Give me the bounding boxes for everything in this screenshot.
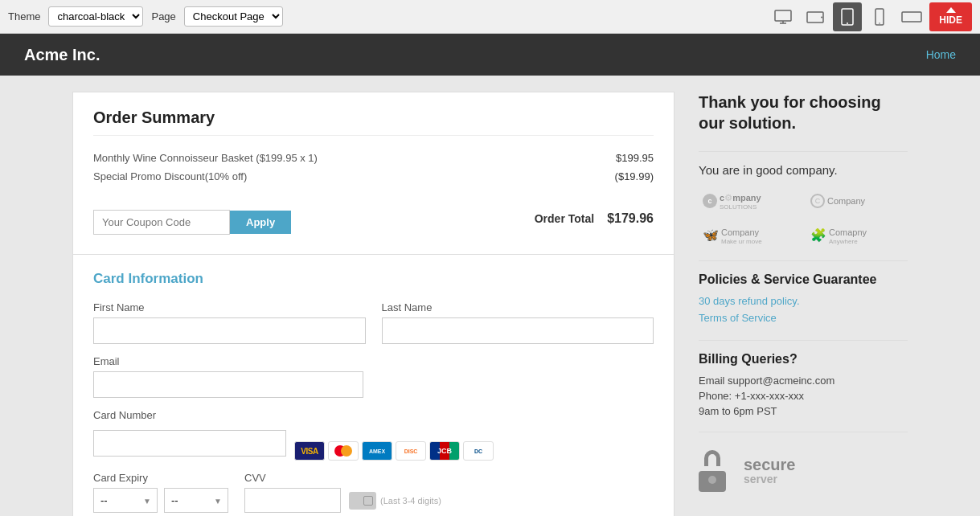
- widescreen-icon[interactable]: [897, 2, 926, 31]
- card-expiry-label: Card Expiry: [93, 472, 228, 484]
- amex-icon: AMEX: [362, 441, 392, 461]
- svg-rect-9: [902, 12, 921, 22]
- email-label: Email: [93, 355, 363, 367]
- policies-title: Policies & Service Guarantee: [699, 272, 908, 287]
- company-2-icon: C: [810, 194, 825, 208]
- toolbar: Theme charcoal-black default light Page …: [0, 0, 980, 34]
- secure-label: secure: [744, 456, 796, 473]
- first-name-input[interactable]: [93, 317, 366, 344]
- expiry-cvv-row: Card Expiry -- 010203 040506 070809 1011…: [93, 472, 654, 513]
- company-2: C Company: [806, 186, 908, 215]
- company-1: c c⚙mpany SOLUTIONS: [699, 186, 800, 215]
- theme-select[interactable]: charcoal-black default light: [48, 6, 143, 27]
- company-1-text: c⚙mpany SOLUTIONS: [720, 190, 761, 211]
- company-1-icon: c: [703, 194, 717, 208]
- diners-icon: DC: [463, 441, 494, 461]
- last-name-group: Last Name: [382, 301, 654, 344]
- order-item-2-price: ($19.99): [615, 170, 654, 182]
- cvv-input[interactable]: [244, 488, 341, 513]
- order-total: Order Total $179.96: [535, 211, 654, 226]
- company-3-text: Company Make ur move: [721, 225, 762, 245]
- billing-section: Billing Queries? Email support@acmeinc.c…: [699, 352, 908, 432]
- last-name-input[interactable]: [382, 317, 654, 344]
- secure-text: secure server: [744, 456, 796, 485]
- tablet-landscape-icon[interactable]: [801, 2, 830, 31]
- lock-icon: [699, 450, 734, 492]
- company-2-text: Company: [827, 196, 865, 206]
- billing-email: Email support@acmeinc.com: [699, 375, 908, 387]
- order-total-label: Order Total: [535, 212, 594, 225]
- year-select[interactable]: -- 202420252026 202720282029: [164, 488, 228, 513]
- card-number-label: Card Number: [93, 409, 654, 421]
- tablet-portrait-icon[interactable]: [833, 2, 862, 31]
- expiry-group: Card Expiry -- 010203 040506 070809 1011…: [93, 472, 228, 513]
- card-number-input[interactable]: [93, 430, 286, 457]
- hide-button[interactable]: HIDE: [929, 2, 972, 31]
- device-icons: HIDE: [769, 2, 972, 31]
- first-name-group: First Name: [93, 301, 366, 344]
- email-input[interactable]: [93, 371, 363, 398]
- month-select-wrap: -- 010203 040506 070809 101112 ▼: [93, 488, 158, 513]
- expiry-selects: -- 010203 040506 070809 101112 ▼ --: [93, 488, 228, 513]
- billing-title: Billing Queries?: [699, 352, 908, 367]
- svg-point-4: [821, 16, 822, 18]
- company-4-icon: 🧩: [810, 227, 826, 243]
- refund-policy-link[interactable]: 30 days refund policy.: [699, 295, 908, 307]
- card-number-section: Card Number VISA AMEX DISC JCB DC: [93, 409, 654, 461]
- billing-phone: Phone: +1-xxx-xxx-xxx: [699, 390, 908, 402]
- secure-text-wrap: secure server: [744, 456, 796, 485]
- thank-you-text: Thank you for choosing our solution.: [699, 92, 908, 133]
- order-item-1-name: Monthly Wine Connoisseur Basket ($199.95…: [93, 152, 318, 164]
- server-label: server: [744, 473, 796, 485]
- company-4-text: Comapny Anywhere: [829, 225, 867, 245]
- cvv-card-graphic: [349, 492, 376, 510]
- coupon-row: Apply: [93, 210, 291, 235]
- tos-link[interactable]: Terms of Service: [699, 312, 908, 324]
- cvv-group: CVV (Last 3-4 digits): [244, 472, 654, 513]
- svg-point-8: [880, 23, 881, 24]
- order-total-value: $179.96: [607, 211, 654, 226]
- discover-icon: DISC: [396, 441, 426, 461]
- month-select[interactable]: -- 010203 040506 070809 101112: [93, 488, 158, 513]
- company-4: 🧩 Comapny Anywhere: [806, 221, 908, 249]
- company-3: 🦋 Company Make ur move: [699, 221, 800, 249]
- order-item-1: Monthly Wine Connoisseur Basket ($199.95…: [93, 149, 654, 167]
- secure-section: secure server: [699, 444, 908, 492]
- billing-hours: 9am to 6pm PST: [699, 405, 908, 417]
- email-row: Email: [93, 355, 654, 398]
- card-icons: VISA AMEX DISC JCB DC: [294, 441, 494, 461]
- site-logo: Acme Inc.: [24, 46, 100, 64]
- visa-icon: VISA: [294, 441, 325, 461]
- mastercard-icon: [328, 441, 359, 461]
- order-summary-title: Order Summary: [93, 109, 654, 136]
- nav-home-link[interactable]: Home: [926, 48, 956, 61]
- cvv-label: CVV: [244, 472, 654, 484]
- page-select[interactable]: Checkout Page Home About: [184, 6, 283, 27]
- card-info-title: Card Information: [93, 271, 654, 287]
- apply-button[interactable]: Apply: [230, 211, 291, 234]
- card-number-row: VISA AMEX DISC JCB DC: [93, 425, 654, 461]
- company-3-icon: 🦋: [703, 227, 719, 243]
- last-name-label: Last Name: [382, 301, 654, 313]
- thank-you-section: Thank you for choosing our solution.: [699, 92, 908, 152]
- page-content: Order Summary Monthly Wine Connoisseur B…: [0, 76, 980, 516]
- company-logos: c c⚙mpany SOLUTIONS C Company: [699, 186, 908, 249]
- cvv-hint-text: (Last 3-4 digits): [380, 496, 441, 506]
- mobile-icon[interactable]: [865, 2, 894, 31]
- cvv-row: (Last 3-4 digits): [244, 488, 654, 513]
- svg-point-6: [847, 23, 848, 24]
- svg-rect-0: [775, 10, 791, 21]
- site-header: Acme Inc. Home: [0, 34, 980, 76]
- order-item-1-price: $199.95: [616, 152, 654, 164]
- desktop-icon[interactable]: [769, 2, 798, 31]
- policies-section: Policies & Service Guarantee 30 days ref…: [699, 272, 908, 341]
- first-name-label: First Name: [93, 301, 366, 313]
- card-info: Card Information First Name Last Name Em…: [72, 255, 675, 516]
- good-company-text: You are in good company.: [699, 163, 908, 177]
- page-label: Page: [151, 10, 175, 23]
- hide-label: HIDE: [939, 14, 962, 26]
- theme-label: Theme: [8, 10, 40, 23]
- order-item-2: Special Promo Discount(10% off) ($19.99): [93, 167, 654, 186]
- coupon-input[interactable]: [93, 210, 230, 235]
- right-column: Thank you for choosing our solution. You…: [699, 92, 908, 516]
